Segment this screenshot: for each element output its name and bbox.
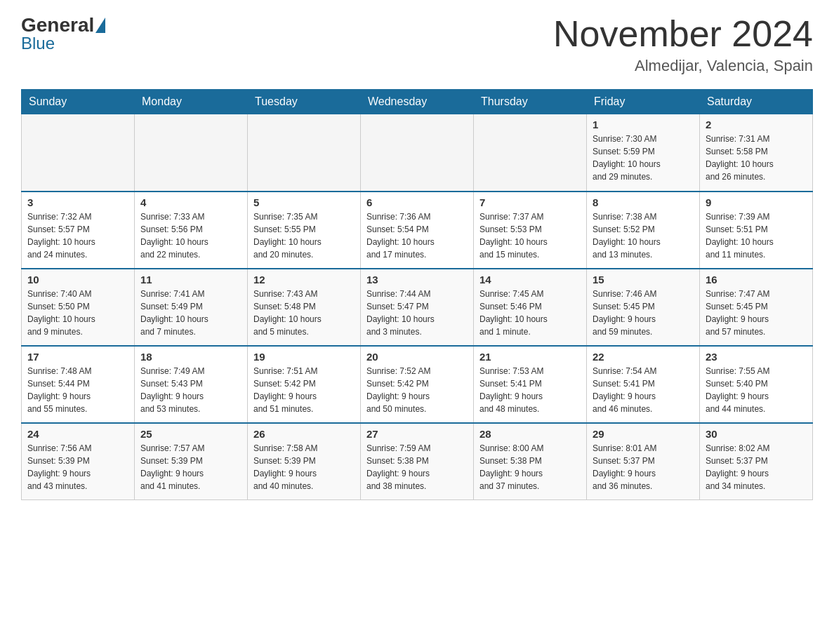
calendar-cell-w2-d3: 6Sunrise: 7:36 AMSunset: 5:54 PMDaylight… — [361, 192, 474, 269]
day-info: Sunrise: 7:58 AMSunset: 5:39 PMDaylight:… — [253, 442, 355, 492]
calendar-cell-w2-d0: 3Sunrise: 7:32 AMSunset: 5:57 PMDaylight… — [22, 192, 135, 269]
calendar-cell-w3-d3: 13Sunrise: 7:44 AMSunset: 5:47 PMDayligh… — [361, 269, 474, 346]
calendar-cell-w4-d5: 22Sunrise: 7:54 AMSunset: 5:41 PMDayligh… — [587, 346, 700, 423]
day-number: 16 — [706, 274, 807, 286]
day-number: 30 — [706, 428, 807, 440]
day-info: Sunrise: 7:57 AMSunset: 5:39 PMDaylight:… — [140, 442, 241, 492]
calendar-cell-w2-d4: 7Sunrise: 7:37 AMSunset: 5:53 PMDaylight… — [474, 192, 587, 269]
day-number: 24 — [27, 428, 128, 440]
calendar-cell-w3-d0: 10Sunrise: 7:40 AMSunset: 5:50 PMDayligh… — [22, 269, 135, 346]
calendar-cell-w1-d3 — [361, 114, 474, 192]
calendar-cell-w3-d4: 14Sunrise: 7:45 AMSunset: 5:46 PMDayligh… — [474, 269, 587, 346]
day-number: 11 — [140, 274, 241, 286]
day-number: 22 — [593, 351, 694, 363]
calendar-cell-w2-d1: 4Sunrise: 7:33 AMSunset: 5:56 PMDaylight… — [135, 192, 248, 269]
calendar-cell-w5-d4: 28Sunrise: 8:00 AMSunset: 5:38 PMDayligh… — [474, 423, 587, 500]
day-number: 12 — [253, 274, 355, 286]
calendar-cell-w4-d2: 19Sunrise: 7:51 AMSunset: 5:42 PMDayligh… — [248, 346, 361, 423]
day-number: 4 — [140, 196, 241, 208]
day-info: Sunrise: 7:47 AMSunset: 5:45 PMDaylight:… — [706, 288, 807, 338]
day-info: Sunrise: 7:31 AMSunset: 5:58 PMDaylight:… — [706, 133, 807, 183]
day-number: 2 — [706, 119, 807, 130]
day-info: Sunrise: 7:55 AMSunset: 5:40 PMDaylight:… — [706, 365, 807, 415]
month-title: November 2024 — [553, 14, 813, 54]
calendar-cell-w1-d5: 1Sunrise: 7:30 AMSunset: 5:59 PMDaylight… — [587, 114, 700, 192]
header-wednesday: Wednesday — [361, 90, 474, 114]
day-info: Sunrise: 7:53 AMSunset: 5:41 PMDaylight:… — [479, 365, 581, 415]
day-info: Sunrise: 7:54 AMSunset: 5:41 PMDaylight:… — [593, 365, 694, 415]
calendar-cell-w1-d2 — [248, 114, 361, 192]
calendar-cell-w5-d1: 25Sunrise: 7:57 AMSunset: 5:39 PMDayligh… — [135, 423, 248, 500]
day-number: 13 — [366, 274, 468, 286]
day-info: Sunrise: 7:38 AMSunset: 5:52 PMDaylight:… — [593, 210, 694, 261]
day-info: Sunrise: 7:37 AMSunset: 5:53 PMDaylight:… — [479, 210, 581, 261]
day-number: 6 — [366, 196, 468, 208]
calendar-week-1: 1Sunrise: 7:30 AMSunset: 5:59 PMDaylight… — [22, 114, 813, 192]
day-number: 15 — [593, 274, 694, 286]
calendar-table: Sunday Monday Tuesday Wednesday Thursday… — [21, 89, 813, 500]
day-info: Sunrise: 7:33 AMSunset: 5:56 PMDaylight:… — [140, 210, 241, 261]
calendar-week-3: 10Sunrise: 7:40 AMSunset: 5:50 PMDayligh… — [22, 269, 813, 346]
calendar-header-row: Sunday Monday Tuesday Wednesday Thursday… — [22, 90, 813, 114]
day-info: Sunrise: 7:51 AMSunset: 5:42 PMDaylight:… — [253, 365, 355, 415]
day-number: 1 — [593, 119, 694, 130]
logo: General Blue — [21, 14, 107, 53]
day-number: 19 — [253, 351, 355, 363]
day-info: Sunrise: 7:59 AMSunset: 5:38 PMDaylight:… — [366, 442, 468, 492]
calendar-cell-w1-d1 — [135, 114, 248, 192]
day-info: Sunrise: 8:00 AMSunset: 5:38 PMDaylight:… — [479, 442, 581, 492]
day-number: 20 — [366, 351, 468, 363]
calendar-cell-w4-d1: 18Sunrise: 7:49 AMSunset: 5:43 PMDayligh… — [135, 346, 248, 423]
calendar-cell-w1-d6: 2Sunrise: 7:31 AMSunset: 5:58 PMDaylight… — [700, 114, 813, 192]
calendar-cell-w5-d0: 24Sunrise: 7:56 AMSunset: 5:39 PMDayligh… — [22, 423, 135, 500]
day-number: 8 — [593, 196, 694, 208]
day-number: 23 — [706, 351, 807, 363]
calendar-cell-w1-d4 — [474, 114, 587, 192]
day-info: Sunrise: 7:45 AMSunset: 5:46 PMDaylight:… — [479, 288, 581, 338]
calendar-cell-w1-d0 — [22, 114, 135, 192]
calendar-cell-w2-d5: 8Sunrise: 7:38 AMSunset: 5:52 PMDaylight… — [587, 192, 700, 269]
calendar-cell-w4-d4: 21Sunrise: 7:53 AMSunset: 5:41 PMDayligh… — [474, 346, 587, 423]
day-info: Sunrise: 7:46 AMSunset: 5:45 PMDaylight:… — [593, 288, 694, 338]
day-info: Sunrise: 8:01 AMSunset: 5:37 PMDaylight:… — [593, 442, 694, 492]
day-info: Sunrise: 7:39 AMSunset: 5:51 PMDaylight:… — [706, 210, 807, 261]
calendar-cell-w2-d6: 9Sunrise: 7:39 AMSunset: 5:51 PMDaylight… — [700, 192, 813, 269]
page-header: General Blue November 2024 Almedijar, Va… — [21, 14, 813, 75]
day-info: Sunrise: 7:30 AMSunset: 5:59 PMDaylight:… — [593, 133, 694, 183]
day-number: 29 — [593, 428, 694, 440]
header-monday: Monday — [135, 90, 248, 114]
header-friday: Friday — [587, 90, 700, 114]
calendar-cell-w2-d2: 5Sunrise: 7:35 AMSunset: 5:55 PMDaylight… — [248, 192, 361, 269]
day-number: 9 — [706, 196, 807, 208]
day-number: 18 — [140, 351, 241, 363]
day-info: Sunrise: 7:44 AMSunset: 5:47 PMDaylight:… — [366, 288, 468, 338]
calendar-cell-w3-d5: 15Sunrise: 7:46 AMSunset: 5:45 PMDayligh… — [587, 269, 700, 346]
day-number: 21 — [479, 351, 581, 363]
calendar-cell-w5-d2: 26Sunrise: 7:58 AMSunset: 5:39 PMDayligh… — [248, 423, 361, 500]
day-number: 5 — [253, 196, 355, 208]
location-subtitle: Almedijar, Valencia, Spain — [553, 57, 813, 75]
day-number: 26 — [253, 428, 355, 440]
calendar-cell-w5-d5: 29Sunrise: 8:01 AMSunset: 5:37 PMDayligh… — [587, 423, 700, 500]
header-saturday: Saturday — [700, 90, 813, 114]
day-number: 27 — [366, 428, 468, 440]
day-info: Sunrise: 7:32 AMSunset: 5:57 PMDaylight:… — [27, 210, 128, 261]
day-info: Sunrise: 7:56 AMSunset: 5:39 PMDaylight:… — [27, 442, 128, 492]
day-info: Sunrise: 7:52 AMSunset: 5:42 PMDaylight:… — [366, 365, 468, 415]
day-number: 28 — [479, 428, 581, 440]
day-info: Sunrise: 8:02 AMSunset: 5:37 PMDaylight:… — [706, 442, 807, 492]
day-number: 7 — [479, 196, 581, 208]
day-info: Sunrise: 7:41 AMSunset: 5:49 PMDaylight:… — [140, 288, 241, 338]
day-info: Sunrise: 7:40 AMSunset: 5:50 PMDaylight:… — [27, 288, 128, 338]
calendar-cell-w5-d6: 30Sunrise: 8:02 AMSunset: 5:37 PMDayligh… — [700, 423, 813, 500]
day-number: 10 — [27, 274, 128, 286]
header-tuesday: Tuesday — [248, 90, 361, 114]
day-info: Sunrise: 7:43 AMSunset: 5:48 PMDaylight:… — [253, 288, 355, 338]
calendar-cell-w5-d3: 27Sunrise: 7:59 AMSunset: 5:38 PMDayligh… — [361, 423, 474, 500]
calendar-cell-w3-d2: 12Sunrise: 7:43 AMSunset: 5:48 PMDayligh… — [248, 269, 361, 346]
calendar-cell-w3-d6: 16Sunrise: 7:47 AMSunset: 5:45 PMDayligh… — [700, 269, 813, 346]
calendar-cell-w3-d1: 11Sunrise: 7:41 AMSunset: 5:49 PMDayligh… — [135, 269, 248, 346]
day-info: Sunrise: 7:49 AMSunset: 5:43 PMDaylight:… — [140, 365, 241, 415]
day-number: 25 — [140, 428, 241, 440]
header-thursday: Thursday — [474, 90, 587, 114]
